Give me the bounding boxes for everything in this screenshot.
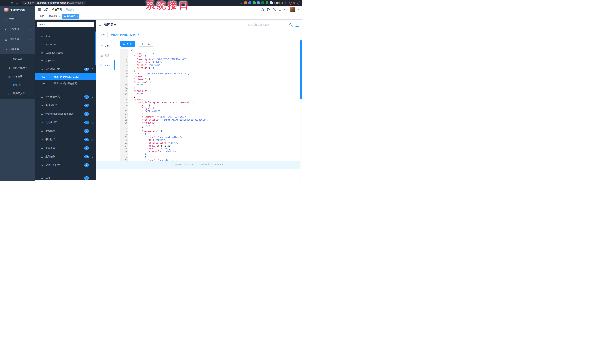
tag-tab-系统接口[interactable]: 系统接口× <box>63 14 79 19</box>
api-group-API 错误日志[interactable]: ☁API 错误日志3 <box>35 92 96 101</box>
doc-tab-导出API 访问日志 Excel[interactable]: 导出API 访问日志 Excel✕ <box>108 32 142 38</box>
fold-arrow-icon[interactable]: ▾ <box>129 156 129 159</box>
fold-arrow-icon[interactable]: ▾ <box>129 133 129 136</box>
extension-icon[interactable] <box>257 1 260 4</box>
rail-scrollbar[interactable] <box>114 60 115 71</box>
reload-icon[interactable]: ⟳ <box>10 1 14 4</box>
rail-item-调试[interactable]: ◉调试 <box>96 51 114 61</box>
extension-icon[interactable] <box>270 1 273 4</box>
api-endpoint-导出API 访问日志 Excel[interactable]: GET导出API 访问日志 Excel <box>35 74 96 80</box>
hamburger-icon[interactable]: ☰ <box>35 8 43 12</box>
bookmark-star-icon[interactable]: ☆ <box>240 1 242 4</box>
breadcrumb-item[interactable]: 系统接口 <box>66 8 76 11</box>
api-group-sys-sms-template-controller[interactable]: ☁sys-sms-template-controller7 <box>35 110 96 118</box>
api-group-定时任务日志[interactable]: ☁定时任务日志4 <box>35 161 96 169</box>
breadcrumb-item[interactable]: 首页 <box>43 8 48 11</box>
extension-icon[interactable] <box>249 1 251 4</box>
user-avatar[interactable] <box>290 7 295 13</box>
sidebar-scrollbar[interactable] <box>95 31 96 65</box>
sidebar-subitem-数据库文档[interactable]: ▤数据库文档 <box>0 89 35 98</box>
api-group-API 访问日志[interactable]: ☁API 访问日志2 <box>35 65 96 74</box>
sidebar-item-label: 系统管理 <box>10 27 19 31</box>
doc-search-icon[interactable] <box>289 24 292 26</box>
api-group-参数配置[interactable]: ☁参数配置7 <box>35 127 96 135</box>
fold-arrow-icon[interactable]: ▾ <box>129 107 129 110</box>
cloud-icon: ☁ <box>40 68 44 71</box>
fold-arrow-icon[interactable]: ▾ <box>129 90 129 93</box>
address-bar[interactable]: ▲ 不安全 dashboard.yudao.iocoder.cn/tool/sw… <box>22 1 86 5</box>
line-number: 8 <box>120 70 128 73</box>
fold-arrow-icon[interactable]: ▾ <box>129 130 129 133</box>
sidebar-subitem-代码生成[interactable]: 代码生成 <box>0 55 35 64</box>
doc-search-input[interactable] <box>247 23 286 27</box>
code-line: "title": "管理后台", <box>131 64 302 67</box>
extension-icon[interactable] <box>265 1 268 4</box>
sidebar-item-系统管理[interactable]: ⚙系统管理 <box>0 24 35 34</box>
update-button[interactable]: 更新 ⋮ <box>289 1 300 5</box>
language-icon[interactable]: 中 <box>295 23 299 27</box>
code-line: "x-example": "dashboard" <box>131 150 302 153</box>
swagger-item-Authorize[interactable]: ⊙Authorize <box>35 40 96 49</box>
fold-arrow-icon[interactable]: ▾ <box>129 101 129 104</box>
search-icon[interactable] <box>261 8 264 11</box>
home-icon[interactable]: ⌂ <box>14 1 19 4</box>
fold-arrow-icon[interactable]: ▾ <box>129 104 129 107</box>
swagger-item-Swagger Models[interactable]: ◈Swagger Models <box>35 49 96 57</box>
rail-item-文档[interactable]: ▤文档 <box>96 41 114 51</box>
api-group-定时任务[interactable]: ☁定时任务10 <box>35 152 96 161</box>
fold-arrow-icon[interactable]: ▾ <box>129 122 129 125</box>
page-scrollbar-thumb[interactable] <box>300 40 302 99</box>
extension-icon[interactable] <box>253 1 255 4</box>
sidebar-subitem-代码生成示例[interactable]: ◈代码生成示例 <box>0 64 35 72</box>
rail-item-Open[interactable]: ⎘Open <box>96 61 114 70</box>
api-group-Redis 监控[interactable]: ☁Redis 监控2 <box>35 101 96 110</box>
chevron-down-icon[interactable] <box>298 9 299 10</box>
line-number: 29▾ <box>120 130 128 133</box>
page-scrollbar[interactable] <box>300 20 302 182</box>
group-select[interactable]: default <box>37 22 94 27</box>
copy-button[interactable]: ❐ 复 制 <box>120 41 135 47</box>
paused-extension-badge[interactable]: 已暂停 <box>275 1 288 5</box>
sidebar-item-研发工具[interactable]: ⚒研发工具 <box>0 44 35 54</box>
close-icon[interactable]: × <box>76 15 77 18</box>
extension-icon[interactable] <box>244 1 247 4</box>
fullscreen-icon[interactable]: ⛶ <box>279 8 281 11</box>
github-icon[interactable] <box>267 8 270 11</box>
api-group-字典数据[interactable]: ☁字典数据7 <box>35 135 96 144</box>
cloud-icon: ☁ <box>40 164 44 167</box>
api-group-代码生成器[interactable]: ☁代码生成器11 <box>35 118 96 127</box>
tag-tab-首页[interactable]: 首页 <box>38 14 46 19</box>
close-icon[interactable]: ✕ <box>138 34 139 36</box>
close-icon[interactable]: × <box>59 15 60 18</box>
sidebar-subitem-系统接口[interactable]: ☰系统接口 <box>0 81 35 89</box>
help-icon[interactable]: ? <box>273 8 276 11</box>
cloud-icon: ☁ <box>40 113 44 115</box>
menu-fold-icon[interactable]: ☰ <box>96 23 104 27</box>
font-size-icon[interactable]: TT <box>284 8 287 11</box>
back-icon[interactable]: ← <box>0 1 5 4</box>
code-line: "*/*" <box>131 124 302 127</box>
fold-arrow-icon[interactable]: ▾ <box>129 55 129 58</box>
line-number: 32 <box>120 139 128 142</box>
sidebar-item-首页[interactable]: ◔首页 <box>0 14 35 24</box>
swagger-item-主页[interactable]: ⌂主页 <box>35 32 96 40</box>
sidebar-item-基础设施[interactable]: ▦基础设施 <box>0 34 35 44</box>
forward-icon[interactable]: → <box>5 1 10 4</box>
breadcrumb-item[interactable]: 研发工具 <box>52 8 62 11</box>
fold-arrow-icon[interactable]: ▾ <box>129 49 129 52</box>
sidebar-subitem-label: 数据库文档 <box>13 92 25 95</box>
doc-tab-主页[interactable]: 主页 <box>97 32 108 38</box>
tag-tab-表单构建[interactable]: 表单构建× <box>47 14 61 19</box>
extension-icon[interactable] <box>261 1 264 4</box>
swagger-item-文档管理[interactable]: ▤文档管理 <box>35 57 96 65</box>
api-endpoint-获得API 访问日志分页[interactable]: GET获得API 访问日志分页 <box>35 80 96 87</box>
api-endpoint-label: 导出API 访问日志 Excel <box>54 75 79 78</box>
fold-arrow-icon[interactable]: ▾ <box>129 98 129 101</box>
api-group-字典类型[interactable]: ☁字典类型7 <box>35 144 96 152</box>
fold-arrow-icon[interactable]: ▾ <box>129 81 129 84</box>
api-group-岗位[interactable]: ☁岗位 <box>35 174 96 180</box>
code-line: "*/*" <box>131 84 302 87</box>
download-button[interactable]: ↧ 下 载 <box>138 41 153 47</box>
line-number: 26▾ <box>120 122 128 125</box>
sidebar-subitem-表单构建[interactable]: ▥表单构建 <box>0 72 35 81</box>
